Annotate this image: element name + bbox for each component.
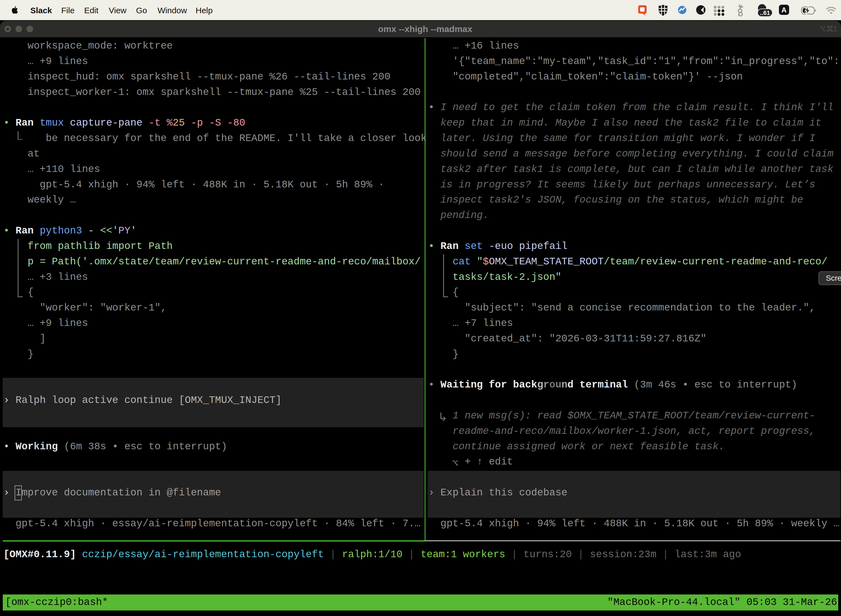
svg-text:A: A [781, 6, 787, 14]
svg-text:..61: ..61 [760, 9, 770, 16]
